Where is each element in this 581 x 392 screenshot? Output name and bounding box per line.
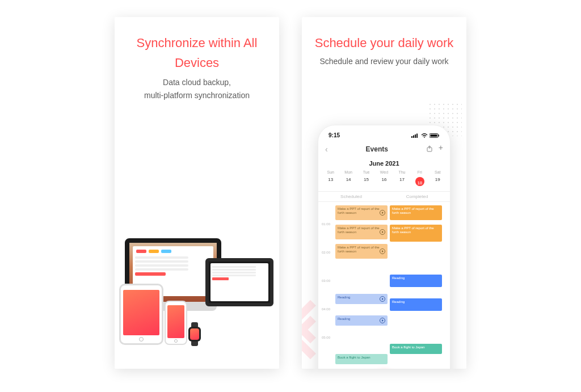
nav-title: Events: [366, 145, 388, 153]
hour-label: 01:00: [322, 222, 330, 226]
date-cell[interactable]: 19: [429, 175, 447, 188]
hour-label: 02:00: [322, 251, 330, 254]
card-title: Synchronize within All Devices: [115, 17, 279, 75]
month-label: June 2021: [318, 158, 450, 167]
card-subtitle: Schedule and review your daily work: [302, 54, 466, 74]
date-cell[interactable]: 16: [375, 175, 393, 188]
phone-device: [165, 301, 187, 345]
play-icon[interactable]: [380, 248, 385, 254]
schedule-tabs: Scheduled Completed: [318, 191, 450, 202]
share-icon[interactable]: [426, 144, 433, 154]
watch-device: [188, 327, 201, 342]
svg-rect-5: [431, 134, 437, 137]
weekday-label: Fri: [411, 170, 428, 174]
back-icon[interactable]: ‹: [325, 145, 328, 154]
schedule-event[interactable]: Book a flight to Japan: [390, 344, 442, 354]
schedule-event[interactable]: Book a flight to Japan: [335, 354, 388, 364]
laptop-device: [205, 258, 273, 306]
date-cell[interactable]: 14: [339, 175, 357, 188]
devices-illustration: [115, 193, 279, 369]
schedule-event[interactable]: Reading: [335, 315, 388, 326]
date-cell[interactable]: 18: [411, 175, 428, 188]
weekday-label: Wed: [375, 170, 393, 174]
play-icon[interactable]: [380, 318, 385, 323]
weekday-label: Sun: [322, 170, 339, 174]
selected-date[interactable]: 18: [415, 177, 424, 186]
weekday-label: Mon: [339, 170, 357, 174]
svg-rect-3: [416, 134, 418, 138]
schedule-event[interactable]: Reading: [335, 294, 388, 304]
status-bar: 9:15: [318, 125, 450, 141]
card-subtitle: Data cloud backup, multi-platform synchr…: [115, 75, 279, 108]
svg-rect-1: [413, 136, 414, 138]
play-icon[interactable]: [380, 210, 385, 216]
phone-mockup: 9:15 ‹ Events + June 2021 SunMonTueWedTh…: [318, 125, 451, 369]
weekday-label: Sat: [429, 170, 447, 174]
tab-completed[interactable]: Completed: [384, 192, 450, 201]
hour-label: 05:00: [322, 336, 330, 339]
decorative-chevron: [302, 306, 318, 352]
schedule-event[interactable]: Make a PPT of report of the forth season: [335, 225, 388, 239]
schedule-event[interactable]: Make a PPT of report of the forth season: [335, 205, 388, 220]
tab-scheduled[interactable]: Scheduled: [318, 192, 384, 201]
card-title: Schedule your daily work: [302, 17, 466, 54]
schedule-event[interactable]: Make a PPT of report of the forth season: [335, 244, 388, 259]
promo-card-sync: Synchronize within All Devices Data clou…: [115, 17, 279, 369]
svg-rect-6: [439, 135, 440, 137]
schedule-event[interactable]: Reading: [390, 298, 442, 311]
schedule-event[interactable]: Make a PPT of report of the forth season: [390, 225, 442, 242]
schedule-event[interactable]: Make a PPT of report of the forth season: [390, 205, 442, 220]
card-subtitle-line1: Data cloud backup,: [163, 78, 231, 87]
svg-rect-2: [415, 134, 416, 138]
status-icons: [411, 132, 440, 138]
date-cell[interactable]: 13: [322, 175, 339, 188]
tablet-device: [119, 284, 163, 345]
date-cell[interactable]: 15: [357, 175, 375, 188]
nav-bar: ‹ Events +: [318, 141, 450, 158]
promo-card-schedule: Schedule your daily work Schedule and re…: [302, 17, 466, 369]
svg-rect-0: [411, 136, 412, 138]
date-row: 13141516171819: [318, 174, 450, 191]
status-time: 9:15: [329, 132, 340, 138]
play-icon[interactable]: [380, 229, 385, 235]
hour-label: 03:00: [322, 279, 330, 283]
weekday-label: Thu: [393, 170, 411, 174]
hour-label: 04:00: [322, 307, 330, 311]
schedule-grid: Make a PPT of report of the forth season…: [318, 202, 450, 369]
date-cell[interactable]: 17: [393, 175, 411, 188]
schedule-event[interactable]: Reading: [390, 275, 442, 287]
add-icon[interactable]: +: [439, 144, 443, 154]
weekday-row: SunMonTueWedThuFriSat: [318, 167, 450, 174]
card-subtitle-line2: multi-platform synchronization: [144, 91, 250, 100]
weekday-label: Tue: [357, 170, 375, 174]
play-icon[interactable]: [380, 296, 385, 302]
